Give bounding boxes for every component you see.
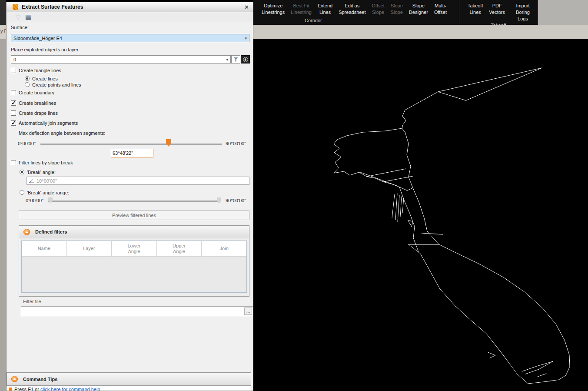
application-window: y F Optimize Linestrings Best Fit Linest… bbox=[0, 0, 588, 391]
create-boundary-checkbox[interactable] bbox=[11, 90, 16, 95]
layer-filter-button[interactable] bbox=[231, 55, 240, 63]
command-tips-bar[interactable]: Command Tips bbox=[7, 372, 251, 386]
preview-filtered-lines-button[interactable]: Preview filtered lines bbox=[19, 211, 249, 220]
surface-label: Surface: bbox=[11, 25, 29, 30]
view-substrip bbox=[253, 25, 588, 39]
collapse-icon[interactable] bbox=[23, 229, 30, 235]
filter-file-label: Filter file bbox=[23, 299, 41, 304]
range-slider-lower-handle[interactable] bbox=[48, 197, 53, 204]
auto-join-segments-checkbox[interactable] bbox=[11, 120, 16, 126]
corridor-group-label: Corridor bbox=[253, 17, 459, 25]
column-header-lower-angle[interactable]: Lower Angle bbox=[112, 241, 157, 256]
add-icon: + bbox=[243, 57, 248, 62]
linework-band bbox=[399, 187, 439, 252]
break-angle-input[interactable]: 10°00'00" bbox=[27, 177, 249, 185]
best-fit-linestring-button[interactable]: Best Fit Linestring bbox=[288, 3, 315, 16]
column-header-join[interactable]: Join bbox=[202, 241, 246, 256]
range-slider-upper-handle[interactable] bbox=[217, 197, 221, 204]
create-lines-label: Create lines bbox=[32, 76, 58, 81]
close-icon[interactable]: ✕ bbox=[244, 4, 249, 10]
dialog-titlebar[interactable]: Extract Surface Features ✕ bbox=[7, 2, 253, 12]
defined-filters-table[interactable]: Name Layer Lower Angle Upper Angle bbox=[21, 241, 247, 293]
linework-blob-breaklines bbox=[360, 169, 413, 186]
chevron-down-icon[interactable]: ▽ bbox=[16, 14, 20, 20]
create-breaklines-label: Create breaklines bbox=[19, 100, 56, 106]
offset-slope-button[interactable]: Offset Slope bbox=[369, 3, 388, 16]
import-boring-logs-button[interactable]: Import Boring Logs bbox=[508, 3, 538, 22]
browse-button[interactable]: ... bbox=[244, 307, 252, 315]
auto-join-segments-label: Automatically join segments bbox=[19, 120, 78, 126]
command-tip-row: Press F1 or click here for command help bbox=[7, 386, 251, 391]
pin-panel-icon[interactable] bbox=[26, 15, 31, 20]
max-deflection-label: Max deflection angle between segments: bbox=[19, 130, 105, 136]
extract-surface-features-dialog: Extract Surface Features ✕ ▽ Surface: Si… bbox=[6, 2, 253, 391]
collapse-icon[interactable] bbox=[11, 376, 18, 382]
create-triangle-lines-checkbox[interactable] bbox=[11, 68, 16, 73]
slope-designer-button[interactable]: Slope Designer bbox=[406, 3, 431, 16]
defined-filters-group: Defined filters Name Layer Lower Angle bbox=[19, 225, 249, 297]
create-drape-lines-label: Create drape lines bbox=[19, 110, 58, 116]
dialog-icon bbox=[13, 4, 18, 10]
extend-lines-button[interactable]: Extend Lines bbox=[315, 3, 336, 16]
deflection-value-input[interactable] bbox=[111, 149, 153, 157]
corridor-buttons: Optimize Linestrings Best Fit Linestring… bbox=[253, 0, 459, 17]
chevron-down-icon: ▾ bbox=[245, 36, 247, 40]
column-header-layer[interactable]: Layer bbox=[67, 241, 112, 256]
create-points-and-lines-label: Create points and lines bbox=[32, 82, 81, 87]
surface-combobox[interactable]: Sidoområde_Höger E4 ▾ bbox=[11, 34, 249, 42]
command-tips-title: Command Tips bbox=[23, 377, 57, 382]
create-breaklines-checkbox[interactable] bbox=[11, 100, 16, 106]
filter-lines-slope-break-checkbox[interactable] bbox=[11, 160, 16, 165]
left-strip-top bbox=[0, 0, 6, 25]
drawing-canvas[interactable] bbox=[253, 39, 588, 391]
create-triangle-lines-label: Create triangle lines bbox=[19, 68, 61, 73]
linework-bottom-jags bbox=[488, 352, 553, 377]
slope-slope-button[interactable]: Slope Slope bbox=[388, 3, 406, 16]
layer-combobox[interactable]: 0 ▾ bbox=[11, 55, 231, 63]
left-strip-panel-fragment: y F bbox=[0, 25, 6, 39]
break-angle-label: 'Break' angle: bbox=[27, 170, 56, 175]
multi-offset-button[interactable]: Multi- Offset bbox=[431, 3, 450, 16]
ribbon-group-takeoff: Takeoff Lines PDF Vectors Import Boring … bbox=[459, 0, 538, 25]
optimize-linestrings-button[interactable]: Optimize Linestrings bbox=[259, 3, 288, 16]
layer-combobox-value: 0 bbox=[13, 57, 16, 62]
range-max-label: 90°00'00" bbox=[226, 198, 246, 203]
create-boundary-label: Create boundary bbox=[19, 90, 54, 95]
command-help-link[interactable]: click here for command help bbox=[40, 387, 100, 391]
edit-as-spreadsheet-button[interactable]: Edit as Spreadsheet bbox=[336, 3, 369, 16]
create-drape-lines-checkbox[interactable] bbox=[11, 110, 16, 116]
column-header-name[interactable]: Name bbox=[22, 241, 67, 256]
create-points-and-lines-radio[interactable] bbox=[25, 82, 30, 87]
defined-filters-header[interactable]: Defined filters bbox=[19, 226, 249, 238]
filter-icon bbox=[234, 57, 238, 62]
ribbon-empty-area bbox=[538, 0, 588, 27]
deflection-max-label: 90°00'00" bbox=[226, 141, 246, 146]
add-layer-button[interactable]: + bbox=[241, 55, 250, 63]
deflection-slider-handle[interactable] bbox=[166, 139, 171, 147]
dialog-title: Extract Surface Features bbox=[22, 4, 83, 10]
tip-bullet-icon bbox=[9, 388, 12, 391]
defined-filters-table-header[interactable]: Name Layer Lower Angle Upper Angle bbox=[22, 241, 246, 257]
tip-text: Press F1 or click here for command help bbox=[14, 387, 100, 391]
layer-label: Place exploded objects on layer: bbox=[11, 47, 80, 52]
ribbon-group-corridor: Optimize Linestrings Best Fit Linestring… bbox=[253, 0, 459, 25]
filter-file-input[interactable]: ... bbox=[21, 306, 253, 316]
ribbon: Optimize Linestrings Best Fit Linestring… bbox=[253, 0, 588, 27]
linework-scribbles bbox=[392, 194, 404, 222]
linework-lower-lobe bbox=[409, 244, 570, 384]
break-angle-value: 10°00'00" bbox=[37, 178, 57, 184]
panel-fragment-text: y F bbox=[0, 28, 6, 33]
filter-lines-slope-break-label: Filter lines by slope break bbox=[19, 160, 73, 165]
column-header-upper-angle[interactable]: Upper Angle bbox=[157, 241, 202, 256]
break-angle-radio[interactable] bbox=[20, 170, 24, 174]
angle-icon bbox=[29, 178, 34, 183]
takeoff-lines-button[interactable]: Takeoff Lines bbox=[465, 3, 486, 16]
create-lines-radio[interactable] bbox=[25, 76, 30, 81]
break-angle-range-label: 'Break' angle range: bbox=[27, 190, 69, 195]
pdf-vectors-button[interactable]: PDF Vectors bbox=[486, 3, 508, 16]
left-app-strip: y F bbox=[0, 0, 6, 391]
break-angle-range-radio[interactable] bbox=[20, 190, 24, 195]
deflection-slider-track[interactable] bbox=[40, 144, 222, 145]
range-slider-track[interactable] bbox=[48, 201, 220, 202]
chevron-down-icon: ▾ bbox=[226, 57, 228, 62]
